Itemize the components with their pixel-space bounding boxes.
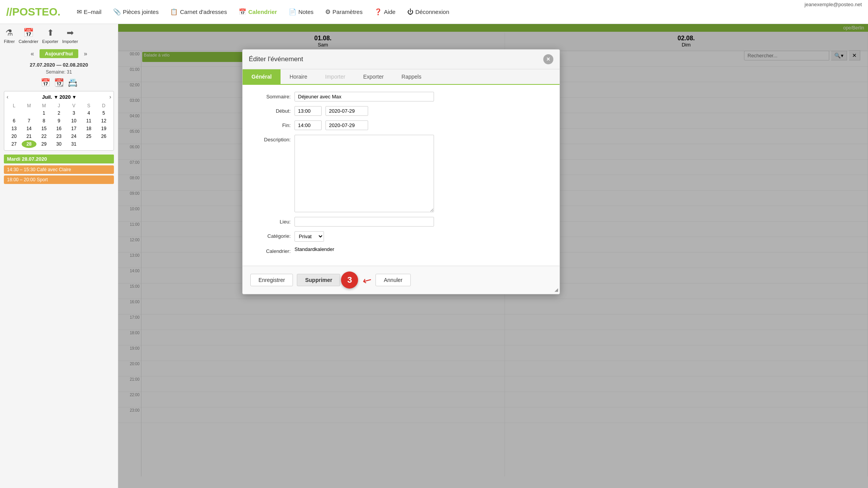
- filter-icon: ⚗: [5, 28, 13, 38]
- sidebar-calendrier-tool[interactable]: 📅 Calendrier: [19, 28, 38, 44]
- nav-deconnexion[interactable]: ⏻ Déconnexion: [403, 6, 454, 18]
- help-icon: ❓: [374, 8, 382, 15]
- export-icon: ⬆: [47, 28, 54, 38]
- user-email: jeanexemple@posteo.net: [804, 2, 862, 7]
- mini-cal-prev[interactable]: ‹: [7, 94, 9, 100]
- save-button[interactable]: Enregistrer: [250, 274, 293, 286]
- form-row-fin: Fin:: [252, 120, 550, 130]
- today-button[interactable]: Aujourd'hui: [40, 49, 78, 58]
- event-cafe[interactable]: 14:30 – 15:30 Café avec Claire: [4, 165, 114, 174]
- cal-header-j: J: [52, 102, 67, 109]
- mini-cal-day[interactable]: 24: [66, 132, 81, 140]
- cal-header-v: V: [66, 102, 81, 109]
- nav-notes[interactable]: 📄 Notes: [284, 6, 318, 18]
- notes-icon: 📄: [289, 8, 296, 15]
- delete-button[interactable]: Supprimer: [297, 274, 340, 286]
- mini-cal-day[interactable]: 8: [36, 117, 52, 125]
- nav-aide[interactable]: ❓ Aide: [370, 6, 400, 18]
- mini-cal-day[interactable]: 15: [36, 125, 52, 132]
- nav-parametres[interactable]: ⚙ Paramètres: [320, 6, 367, 18]
- cal-header-m2: M: [36, 102, 52, 109]
- addressbook-icon: 📋: [170, 8, 178, 15]
- day-view-icon[interactable]: 📅: [41, 78, 50, 87]
- fin-time-input[interactable]: [294, 120, 322, 130]
- mini-cal-day[interactable]: 29: [36, 140, 52, 148]
- sommaire-input[interactable]: [294, 92, 434, 101]
- tab-rappels[interactable]: Rappels: [393, 69, 430, 84]
- mini-cal-day[interactable]: 9: [52, 117, 67, 125]
- mini-cal-day[interactable]: 12: [96, 117, 111, 125]
- mini-cal-day[interactable]: 18: [81, 125, 96, 132]
- mini-cal-day[interactable]: 3: [66, 109, 81, 117]
- mini-cal-day[interactable]: 25: [81, 132, 96, 140]
- mini-cal-day[interactable]: 5: [96, 109, 111, 117]
- sommaire-label: Sommaire:: [252, 92, 291, 100]
- modal-close-button[interactable]: ×: [543, 54, 553, 64]
- modal-footer: Enregistrer Supprimer 3 ↙ Annuler ◢: [243, 266, 560, 294]
- month-view-icon[interactable]: 📇: [68, 78, 78, 87]
- description-textarea[interactable]: [294, 135, 434, 212]
- tab-exporter[interactable]: Exporter: [354, 69, 393, 84]
- mini-cal-day[interactable]: 11: [81, 117, 96, 125]
- resize-handle[interactable]: ◢: [555, 287, 558, 292]
- mini-cal-day[interactable]: 22: [36, 132, 52, 140]
- event-sport[interactable]: 18:00 – 20:00 Sport: [4, 175, 114, 184]
- mini-cal-day[interactable]: 6: [7, 117, 22, 125]
- mini-cal-day[interactable]: 13: [7, 125, 22, 132]
- mini-cal-day[interactable]: 21: [22, 132, 37, 140]
- cal-header-s: S: [81, 102, 96, 109]
- sidebar-exporter[interactable]: ⬆ Exporter: [42, 28, 59, 44]
- next-week-button[interactable]: »: [81, 50, 90, 58]
- mini-cal-day[interactable]: 30: [52, 140, 67, 148]
- mini-cal-day[interactable]: 20: [7, 132, 22, 140]
- mini-cal-day[interactable]: 26: [96, 132, 111, 140]
- fin-date-input[interactable]: [326, 120, 368, 130]
- mini-cal-day: [22, 109, 37, 117]
- date-nav: « Aujourd'hui »: [4, 49, 114, 58]
- logo: //POSTEO.: [6, 6, 60, 18]
- nav-email[interactable]: ✉ E–mail: [72, 6, 106, 18]
- week-view-icon[interactable]: 📆: [54, 78, 64, 87]
- sidebar-importer[interactable]: ➡ Importer: [62, 28, 78, 44]
- mini-cal-day[interactable]: 10: [66, 117, 81, 125]
- debut-date-input[interactable]: [326, 106, 368, 116]
- mini-cal-day[interactable]: 31: [66, 140, 81, 148]
- mini-cal-day: [7, 109, 22, 117]
- mini-cal-day: [96, 140, 111, 148]
- form-row-debut: Début:: [252, 106, 550, 116]
- sidebar-filtrer[interactable]: ⚗ Filtrer: [4, 28, 15, 44]
- mini-cal-day[interactable]: 4: [81, 109, 96, 117]
- mini-cal-next[interactable]: ›: [109, 94, 111, 100]
- events-day-header: Mardi 28.07.2020: [4, 155, 114, 163]
- lieu-input[interactable]: [294, 217, 434, 227]
- debut-time-input[interactable]: [294, 106, 322, 116]
- mini-cal-day[interactable]: 2: [52, 109, 67, 117]
- prev-week-button[interactable]: «: [28, 50, 36, 58]
- description-label: Description:: [252, 135, 291, 143]
- mini-cal-day[interactable]: 14: [22, 125, 37, 132]
- nav-carnet-adresses[interactable]: 📋 Carnet d'adresses: [165, 6, 231, 18]
- mini-cal-day[interactable]: 23: [52, 132, 67, 140]
- mini-cal-day[interactable]: 19: [96, 125, 111, 132]
- mini-cal-day[interactable]: 28: [22, 140, 37, 148]
- mini-cal-day[interactable]: 17: [66, 125, 81, 132]
- modal-title: Éditer l'événement: [249, 55, 303, 63]
- tab-general[interactable]: Général: [243, 69, 281, 84]
- mini-cal-day[interactable]: 27: [7, 140, 22, 148]
- paperclip-icon: 📎: [113, 8, 121, 15]
- power-icon: ⏻: [407, 9, 413, 15]
- cal-tool-icon: 📅: [23, 28, 34, 38]
- step-arrow: ↙: [360, 272, 374, 288]
- mini-cal-day[interactable]: 16: [52, 125, 67, 132]
- cancel-button[interactable]: Annuler: [375, 274, 410, 286]
- calendar-icon: 📅: [239, 8, 246, 15]
- main-layout: ⚗ Filtrer 📅 Calendrier ⬆ Exporter ➡ Impo…: [0, 24, 868, 488]
- mini-cal-day[interactable]: 1: [36, 109, 52, 117]
- mini-cal-day[interactable]: 7: [22, 117, 37, 125]
- categorie-select[interactable]: Privat Travail Famille: [294, 231, 324, 242]
- events-section: Mardi 28.07.2020 14:30 – 15:30 Café avec…: [4, 155, 114, 184]
- nav-pieces-jointes[interactable]: 📎 Pièces jointes: [108, 6, 164, 18]
- tab-horaire[interactable]: Horaire: [281, 69, 316, 84]
- nav-calendrier[interactable]: 📅 Calendrier: [234, 6, 282, 18]
- mini-cal-title: Juil. ▾ 2020 ▾: [42, 94, 76, 100]
